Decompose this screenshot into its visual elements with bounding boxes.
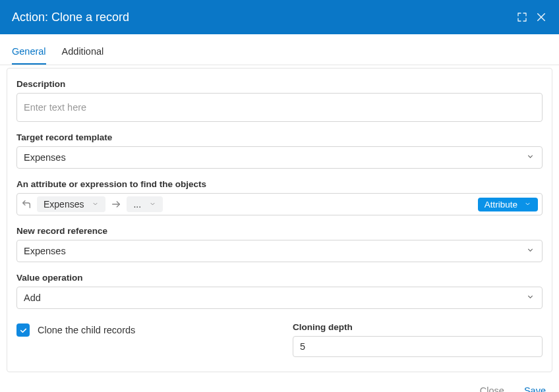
label-cloning-depth: Cloning depth (293, 322, 543, 332)
close-button[interactable]: Close (480, 385, 504, 392)
expression-chip-text: Expenses (44, 199, 84, 210)
expression-chip[interactable]: Expenses (37, 196, 105, 212)
dialog-footer: Close Save (0, 372, 559, 392)
attribute-toggle-button[interactable]: Attribute (478, 198, 538, 211)
bottom-row: Clone the child records Cloning depth (16, 322, 543, 357)
expression-add-chip[interactable]: ... (127, 196, 163, 212)
attribute-badge-label: Attribute (485, 200, 517, 210)
label-description: Description (16, 79, 543, 89)
header-icon-group (517, 11, 547, 23)
dialog-title: Action: Clone a record (12, 11, 517, 24)
chevron-down-icon (92, 199, 99, 210)
clone-children-col: Clone the child records (16, 322, 266, 337)
value-operation-value: Add (16, 287, 543, 309)
arrow-right-icon (111, 199, 121, 210)
clone-children-label: Clone the child records (38, 325, 135, 335)
tab-bar: General Additional (0, 38, 559, 65)
cloning-depth-input[interactable] (293, 336, 543, 357)
cloning-depth-col: Cloning depth (293, 322, 543, 357)
description-input[interactable] (16, 93, 543, 122)
target-template-value: Expenses (16, 146, 543, 169)
value-operation-select[interactable]: Add (16, 287, 543, 309)
new-reference-select[interactable]: Expenses (16, 240, 543, 262)
dialog-clone-record: Action: Clone a record General Additiona… (0, 0, 559, 392)
dialog-header: Action: Clone a record (0, 0, 559, 34)
expand-icon[interactable] (517, 12, 527, 22)
save-button[interactable]: Save (524, 385, 546, 392)
clone-children-checkbox[interactable] (16, 323, 30, 337)
expression-path: Expenses ... (21, 196, 474, 212)
new-reference-value: Expenses (16, 240, 543, 262)
target-template-select[interactable]: Expenses (16, 146, 543, 169)
tab-additional[interactable]: Additional (62, 38, 104, 65)
chevron-down-icon (149, 199, 156, 210)
tab-general[interactable]: General (12, 38, 46, 65)
label-find-expression: An attribute or expression to find the o… (16, 179, 543, 189)
chevron-down-icon (524, 200, 531, 210)
label-target-template: Target record template (16, 132, 543, 142)
close-icon[interactable] (535, 11, 547, 23)
path-start-icon (21, 199, 32, 210)
expression-builder: Expenses ... (16, 193, 543, 215)
form-panel: Description Target record template Expen… (7, 68, 552, 372)
label-new-reference: New record reference (16, 226, 543, 236)
expression-ellipsis: ... (133, 199, 141, 210)
label-value-operation: Value operation (16, 273, 543, 283)
clone-children-checkbox-row[interactable]: Clone the child records (16, 322, 266, 337)
